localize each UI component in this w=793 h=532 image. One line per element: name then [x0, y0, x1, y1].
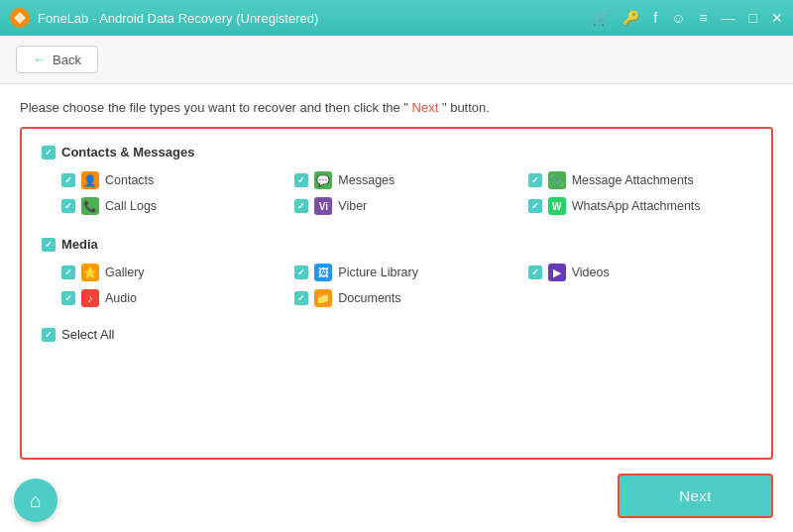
top-bar: ← Back	[0, 36, 793, 84]
main-content: ← Back Please choose the file types you …	[0, 36, 793, 532]
calllogs-checkbox[interactable]	[61, 199, 75, 213]
whatsapp-checkbox[interactable]	[528, 199, 542, 213]
select-all-row: Select All	[42, 327, 751, 342]
instruction-part2: " button.	[442, 100, 490, 115]
gallery-icon: ⭐	[81, 264, 99, 281]
list-item: 💬 Messages	[294, 171, 517, 189]
calllogs-label: Call Logs	[105, 199, 157, 213]
videos-icon: ▶	[548, 264, 566, 281]
home-button[interactable]: ⌂	[14, 479, 57, 522]
audio-checkbox[interactable]	[61, 291, 75, 305]
instruction-text: Please choose the file types you want to…	[0, 84, 793, 127]
list-item: 📎 Message Attachments	[528, 171, 751, 189]
back-button[interactable]: ← Back	[16, 46, 98, 73]
contacts-icon: 👤	[81, 171, 99, 189]
messages-label: Messages	[338, 173, 395, 187]
app-icon	[10, 8, 30, 28]
close-icon[interactable]: ✕	[771, 10, 783, 26]
list-item: ♪ Audio	[61, 289, 284, 307]
whatsapp-label: WhatsApp Attachments	[572, 199, 701, 213]
messages-icon: 💬	[314, 171, 332, 189]
title-bar: FoneLab - Android Data Recovery (Unregis…	[0, 0, 793, 36]
section-media-header: Media	[42, 237, 751, 252]
instruction-highlight: Next	[408, 100, 442, 115]
picture-checkbox[interactable]	[294, 266, 308, 279]
media-section-checkbox[interactable]	[42, 238, 56, 252]
chat-icon[interactable]: ☺	[671, 10, 685, 26]
videos-label: Videos	[572, 266, 610, 279]
bottom-area: Next ⌂	[0, 460, 793, 532]
list-item: 📁 Documents	[294, 289, 517, 307]
list-item: ▶ Videos	[528, 264, 751, 281]
whatsapp-icon: W	[548, 197, 566, 215]
contacts-section-checkbox[interactable]	[42, 146, 56, 160]
cart-icon[interactable]: 🛒	[592, 10, 609, 26]
list-item: ⭐ Gallery	[61, 264, 284, 281]
contacts-section-label: Contacts & Messages	[61, 145, 194, 160]
contacts-checkbox[interactable]	[61, 173, 75, 187]
media-items-grid: ⭐ Gallery 🖼 Picture Library ▶ Videos ♪ A…	[61, 264, 751, 307]
title-text: FoneLab - Android Data Recovery (Unregis…	[38, 11, 586, 26]
list-item: W WhatsApp Attachments	[528, 197, 751, 215]
gallery-checkbox[interactable]	[61, 266, 75, 279]
msg-attach-label: Message Attachments	[572, 173, 694, 187]
documents-checkbox[interactable]	[294, 291, 308, 305]
key-icon[interactable]: 🔑	[623, 10, 639, 26]
window-controls: 🛒 🔑 f ☺ ≡ — □ ✕	[586, 10, 783, 26]
picture-label: Picture Library	[338, 266, 418, 279]
msg-attach-checkbox[interactable]	[528, 173, 542, 187]
viber-icon: Vi	[314, 197, 332, 215]
minimize-icon[interactable]: —	[722, 10, 736, 26]
audio-icon: ♪	[81, 289, 99, 307]
home-icon: ⌂	[30, 489, 42, 512]
videos-checkbox[interactable]	[528, 266, 542, 279]
messages-checkbox[interactable]	[294, 173, 308, 187]
calllogs-icon: 📞	[81, 197, 99, 215]
list-item: Vi Viber	[294, 197, 517, 215]
documents-icon: 📁	[314, 289, 332, 307]
menu-icon[interactable]: ≡	[699, 10, 707, 26]
select-all-label: Select All	[61, 327, 114, 342]
list-item: 👤 Contacts	[61, 171, 284, 189]
contacts-items-grid: 👤 Contacts 💬 Messages 📎 Message Attachme…	[61, 171, 751, 215]
section-contacts-header: Contacts & Messages	[42, 145, 751, 160]
contacts-label: Contacts	[105, 173, 154, 187]
back-arrow-icon: ←	[33, 52, 47, 67]
viber-label: Viber	[338, 199, 367, 213]
facebook-icon[interactable]: f	[653, 10, 657, 26]
picture-icon: 🖼	[314, 264, 332, 281]
viber-checkbox[interactable]	[294, 199, 308, 213]
msg-attach-icon: 📎	[548, 171, 566, 189]
audio-label: Audio	[105, 291, 137, 305]
instruction-part1: Please choose the file types you want to…	[20, 100, 408, 115]
list-item: 🖼 Picture Library	[294, 264, 517, 281]
back-label: Back	[53, 53, 81, 67]
list-item: 📞 Call Logs	[61, 197, 284, 215]
maximize-icon[interactable]: □	[749, 10, 757, 26]
select-all-checkbox[interactable]	[42, 328, 56, 342]
gallery-label: Gallery	[105, 266, 145, 279]
selection-box: Contacts & Messages 👤 Contacts 💬 Message…	[20, 127, 773, 460]
documents-label: Documents	[338, 291, 400, 305]
next-button[interactable]: Next	[618, 474, 773, 518]
media-section-label: Media	[61, 237, 98, 252]
